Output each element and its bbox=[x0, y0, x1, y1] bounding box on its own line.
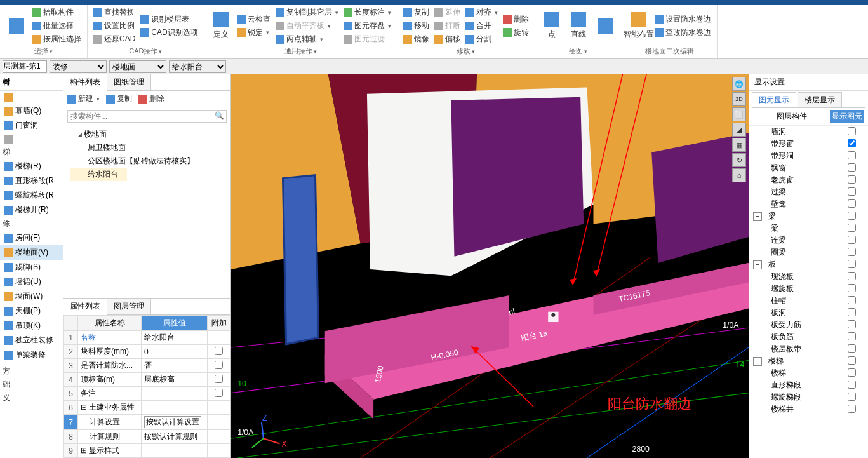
rp-row[interactable]: −板 bbox=[749, 259, 868, 271]
nav-item[interactable] bbox=[0, 91, 63, 104]
rp-tab-floor[interactable]: 楼层显示 bbox=[798, 92, 842, 107]
img-store[interactable]: 图元存盘 bbox=[342, 20, 393, 32]
nav-item[interactable]: 踢脚(S) bbox=[0, 260, 63, 274]
nav-item[interactable]: 房间(F) bbox=[0, 231, 63, 245]
rect-big[interactable] bbox=[592, 6, 618, 45]
visibility-cb[interactable] bbox=[848, 272, 856, 280]
prop-row[interactable]: 4 顶标高(m) 层底标高 bbox=[64, 373, 230, 387]
rp-tab-element[interactable]: 图元显示 bbox=[752, 92, 796, 107]
tree-item[interactable]: 公区楼地面【贴砖做法待核实】 bbox=[70, 154, 224, 168]
prop-row[interactable]: 6 ⊟ 土建业务属性 bbox=[64, 401, 230, 415]
rp-row[interactable]: 柱帽 bbox=[749, 295, 868, 307]
prop-row[interactable]: 2 块料厚度(mm) 0 bbox=[64, 345, 230, 359]
rp-row[interactable]: 连梁 bbox=[749, 234, 868, 246]
rp-row[interactable]: 直形梯段 bbox=[749, 379, 868, 391]
tree-item[interactable]: 厨卫楼地面 bbox=[70, 141, 224, 154]
rp-row[interactable]: 过梁 bbox=[749, 186, 868, 198]
rp-row[interactable]: 飘窗 bbox=[749, 162, 868, 174]
batch-select[interactable]: 批量选择 bbox=[30, 20, 83, 32]
visibility-cb[interactable] bbox=[848, 320, 856, 328]
rp-row[interactable]: 壁龛 bbox=[749, 198, 868, 210]
identify-floor[interactable]: 识别楼层表 bbox=[138, 13, 199, 25]
nav-item[interactable]: 墙面(W) bbox=[0, 289, 63, 304]
rp-row[interactable]: 楼梯 bbox=[749, 367, 868, 379]
nav-item[interactable]: 单梁装修 bbox=[0, 347, 63, 362]
visibility-cb[interactable] bbox=[848, 224, 856, 232]
cloud-check[interactable]: 云检查 bbox=[235, 13, 272, 25]
visibility-cb[interactable] bbox=[848, 187, 856, 196]
visibility-cb[interactable] bbox=[848, 393, 856, 401]
visibility-cb[interactable] bbox=[848, 344, 856, 353]
vp-cube[interactable]: ⬜ bbox=[732, 107, 746, 121]
3d-viewport[interactable]: X Z H-0.050 阳台 1a nl TC16175 1500 1/0A 1… bbox=[231, 74, 749, 458]
pick-component[interactable]: 拾取构件 bbox=[30, 6, 83, 18]
visibility-cb[interactable] bbox=[848, 236, 856, 244]
group-modify-label[interactable]: 修改 bbox=[401, 45, 531, 57]
prop-row[interactable]: 1 名称 给水阳台 bbox=[64, 331, 230, 345]
collapse-toggle[interactable]: − bbox=[753, 212, 762, 221]
visibility-cb[interactable] bbox=[848, 356, 856, 365]
copy-component[interactable]: 复制 bbox=[106, 93, 132, 104]
lock-btn[interactable]: 锁定 bbox=[235, 27, 272, 39]
nav-item[interactable] bbox=[0, 133, 63, 145]
delete-btn[interactable]: 删除 bbox=[501, 13, 531, 25]
two-point[interactable]: 两点辅轴 bbox=[274, 33, 340, 45]
search-input[interactable] bbox=[67, 110, 227, 123]
rotate-btn[interactable]: 旋转 bbox=[501, 27, 531, 39]
rp-row[interactable]: 墙洞 bbox=[749, 126, 868, 138]
vp-2d[interactable]: 2D bbox=[732, 92, 746, 106]
mirror-btn[interactable]: 镜像 bbox=[401, 33, 431, 45]
delete-component[interactable]: 删除 bbox=[138, 93, 164, 104]
rp-row[interactable]: −楼梯 bbox=[749, 355, 868, 367]
rp-row[interactable]: 螺旋板 bbox=[749, 283, 868, 295]
visibility-cb[interactable] bbox=[848, 248, 856, 256]
group-general-label[interactable]: 通用操作 bbox=[208, 45, 393, 57]
rp-row[interactable]: 带形洞 bbox=[749, 150, 868, 162]
prop-row[interactable]: 9 ⊞ 显示样式 bbox=[64, 444, 230, 458]
rp-row[interactable]: 带形窗 bbox=[749, 138, 868, 150]
attr-select[interactable]: 按属性选择 bbox=[30, 33, 83, 45]
line-big[interactable]: 直线 bbox=[566, 6, 591, 45]
rp-row[interactable]: 梁 bbox=[749, 222, 868, 234]
prop-addon-cb[interactable] bbox=[215, 361, 223, 369]
tab-component-list[interactable]: 构件列表 bbox=[63, 74, 107, 91]
prop-row[interactable]: 3 是否计算防水... 否 bbox=[64, 359, 230, 373]
visibility-cb[interactable] bbox=[848, 212, 856, 220]
search-icon[interactable]: 🔍 bbox=[215, 111, 224, 120]
prop-row[interactable]: 8 计算规则 按默认计算规则 bbox=[64, 430, 230, 444]
vp-home[interactable]: ⌂ bbox=[732, 168, 746, 182]
prop-row[interactable]: 7 计算设置 按默认计算设置 bbox=[64, 415, 230, 430]
visibility-cb[interactable] bbox=[848, 199, 856, 208]
copy-other[interactable]: 复制到其它层 bbox=[274, 6, 340, 18]
visibility-cb[interactable] bbox=[848, 151, 856, 159]
rp-row[interactable]: 楼层板带 bbox=[749, 343, 868, 355]
vp-iso[interactable]: ◪ bbox=[732, 123, 746, 137]
split-btn[interactable]: 分割 bbox=[464, 33, 500, 45]
new-component[interactable]: 新建 bbox=[67, 93, 100, 104]
collapse-toggle[interactable]: − bbox=[753, 357, 762, 366]
visibility-cb[interactable] bbox=[848, 405, 856, 413]
rp-row[interactable]: 板受力筋 bbox=[749, 319, 868, 331]
vp-wireframe[interactable]: ▦ bbox=[732, 138, 746, 152]
rp-row[interactable]: 板负筋 bbox=[749, 331, 868, 343]
visibility-cb[interactable] bbox=[848, 308, 856, 316]
nav-item[interactable]: 独立柱装修 bbox=[0, 333, 63, 347]
rp-row[interactable]: 螺旋梯段 bbox=[749, 391, 868, 403]
category-select[interactable]: 装修 bbox=[50, 60, 107, 73]
visibility-cb[interactable] bbox=[848, 163, 856, 172]
calc-selector[interactable] bbox=[3, 60, 47, 73]
prop-row[interactable]: 5 备注 bbox=[64, 387, 230, 401]
rp-row[interactable]: 圈梁 bbox=[749, 246, 868, 259]
tree-root[interactable]: 楼地面 bbox=[70, 128, 224, 141]
vp-globe[interactable]: 🌐 bbox=[732, 77, 746, 91]
prop-addon-cb[interactable] bbox=[215, 375, 223, 383]
point-big[interactable]: 点 bbox=[539, 6, 564, 45]
group-cad-label[interactable]: CAD操作 bbox=[91, 45, 200, 57]
nav-item[interactable]: 直形梯段(R bbox=[0, 173, 63, 188]
prop-addon-cb[interactable] bbox=[215, 389, 223, 397]
align-btn[interactable]: 对齐 bbox=[464, 6, 500, 18]
visibility-cb[interactable] bbox=[848, 284, 856, 292]
tab-layers[interactable]: 图层管理 bbox=[107, 299, 151, 314]
copy-btn[interactable]: 复制 bbox=[401, 6, 431, 18]
nav-item[interactable]: 幕墙(Q) bbox=[0, 104, 63, 118]
